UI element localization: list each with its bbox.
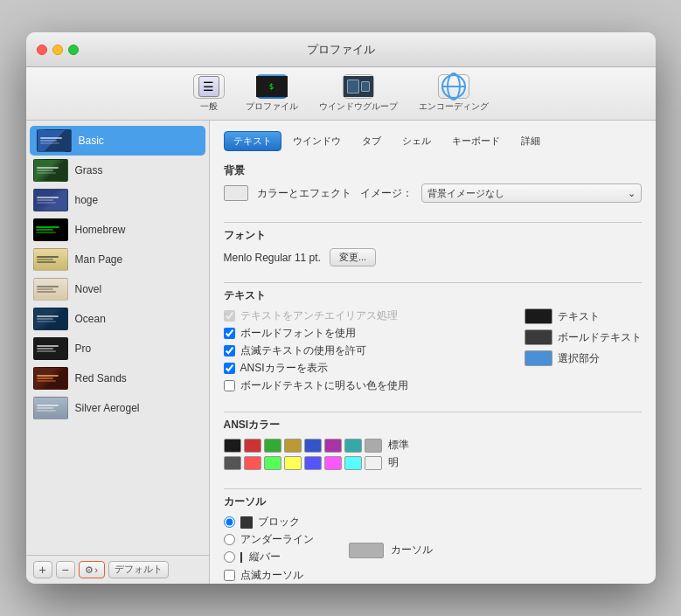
profile-list: Basic Grass [26, 121, 209, 555]
chevron-icon: › [94, 564, 98, 575]
divider-3 [224, 412, 642, 412]
blink-text-checkbox[interactable] [224, 345, 235, 356]
checkbox-blink-text: 点滅テキストの使用を許可 [224, 343, 511, 358]
ansi-bright-6[interactable] [344, 456, 362, 470]
profile-thumb-redsands [33, 367, 68, 390]
background-image-value: 背景イメージなし [427, 187, 504, 200]
profile-name-redsands: Red Sands [75, 372, 127, 384]
ansi-normal-7[interactable] [365, 439, 382, 453]
background-image-select[interactable]: 背景イメージなし ⌄ [421, 183, 642, 203]
ansi-label-text: ANSIカラーを表示 [240, 361, 328, 376]
font-section: フォント Menlo Regular 11 pt. 変更... [224, 228, 642, 266]
checkbox-bold-bright: ボールドテキストに明るい色を使用 [224, 378, 511, 393]
cursor-blink-checkbox[interactable] [224, 570, 235, 581]
text-swatch-label-1: テキスト [558, 309, 600, 324]
blink-text-label: 点滅テキストの使用を許可 [240, 343, 366, 358]
tab-shell[interactable]: シェル [393, 131, 441, 151]
bold-bright-checkbox[interactable] [224, 380, 235, 391]
profile-name-pro: Pro [75, 343, 92, 355]
tab-tab[interactable]: タブ [352, 131, 391, 151]
text-section: テキスト テキストをアンチエイリアス処理 ボールドフォントを使用 [224, 288, 642, 396]
toolbar-item-windowgroups[interactable]: ウインドウグループ [319, 74, 398, 113]
ansi-normal-1[interactable] [244, 439, 261, 453]
ansi-normal-3[interactable] [284, 439, 302, 453]
ansi-bright-1[interactable] [244, 456, 261, 470]
profile-item-homebrew[interactable]: Homebrew [26, 215, 209, 245]
toolbar-item-encoding[interactable]: エンコーディング [419, 74, 489, 113]
cursor-blink-row: 点滅カーソル [224, 568, 314, 583]
tab-keyboard[interactable]: キーボード [442, 131, 510, 151]
ansi-checkbox[interactable] [224, 363, 235, 374]
default-button[interactable]: デフォルト [108, 561, 169, 578]
change-font-button[interactable]: 変更... [330, 248, 376, 266]
ansi-bright-4[interactable] [304, 456, 322, 470]
profile-item-basic[interactable]: Basic [30, 126, 205, 156]
text-left-col: テキストをアンチエイリアス処理 ボールドフォントを使用 点滅テキストの使用を許可 [224, 308, 511, 396]
profile-item-manpage[interactable]: Man Page [26, 245, 209, 274]
cursor-vbar-label: 縦バー [249, 550, 281, 564]
selection-color-swatch[interactable] [525, 350, 552, 366]
text-swatch-row-2: ボールドテキスト [525, 329, 642, 345]
profile-name-basic: Basic [79, 135, 104, 147]
bold-label: ボールドフォントを使用 [240, 326, 356, 341]
ansi-normal-5[interactable] [324, 439, 342, 453]
tab-window[interactable]: ウインドウ [283, 131, 351, 151]
main-content: Basic Grass [26, 121, 656, 584]
profiles-icon-inner: $ [256, 76, 288, 97]
zoom-button[interactable] [68, 45, 79, 55]
toolbar-label-general: 一般 [200, 100, 218, 113]
background-row: カラーとエフェクト イメージ： 背景イメージなし ⌄ [224, 183, 642, 203]
text-color-swatch[interactable] [525, 308, 552, 324]
profile-item-pro[interactable]: Pro [26, 334, 209, 363]
cursor-block-row: ブロック [224, 515, 314, 529]
bold-text-color-swatch[interactable] [525, 329, 552, 345]
cursor-underline-radio[interactable] [224, 534, 235, 545]
profile-thumb-basic [37, 129, 72, 152]
toolbar-item-profiles[interactable]: $ プロファイル [246, 74, 298, 113]
cursor-vbar-radio[interactable] [224, 551, 235, 563]
ansi-bright-2[interactable] [264, 456, 281, 470]
profile-thumb-pro [33, 337, 68, 360]
ansi-normal-0[interactable] [224, 439, 241, 453]
cursor-section: カーソル ブロック アンダーライン [224, 495, 642, 584]
tab-text[interactable]: テキスト [224, 131, 281, 151]
window-title: プロファイル [307, 42, 375, 58]
bold-checkbox[interactable] [224, 328, 235, 339]
profile-thumb-homebrew [33, 218, 68, 241]
windowgroups-icon-inner [344, 76, 373, 97]
ansi-bright-0[interactable] [224, 456, 241, 470]
profile-item-novel[interactable]: Novel [26, 274, 209, 304]
minimize-button[interactable] [52, 45, 63, 55]
ansi-bright-3[interactable] [284, 456, 302, 470]
toolbar: ☰ 一般 $ プロファイル [26, 67, 656, 121]
ansi-normal-2[interactable] [264, 439, 281, 453]
profile-item-grass[interactable]: Grass [26, 156, 209, 185]
ansi-bright-5[interactable] [324, 456, 342, 470]
ansi-normal-4[interactable] [304, 439, 322, 453]
ansi-normal-6[interactable] [344, 439, 362, 453]
cursor-block-radio[interactable] [224, 516, 235, 528]
toolbar-item-general[interactable]: ☰ 一般 [193, 74, 225, 113]
background-color-label: カラーとエフェクト [257, 186, 351, 201]
antialias-checkbox[interactable] [224, 310, 235, 322]
cursor-title: カーソル [224, 495, 642, 509]
general-icon-inner: ☰ [198, 76, 219, 97]
background-title: 背景 [224, 163, 642, 178]
add-profile-button[interactable]: + [33, 561, 52, 578]
profile-item-hoge[interactable]: hoge [26, 185, 209, 215]
general-icon: ☰ [193, 74, 225, 99]
tab-advanced[interactable]: 詳細 [511, 131, 550, 151]
cursor-row: ブロック アンダーライン 縦バー 点滅カ [224, 515, 642, 584]
gear-button[interactable]: ⚙ › [79, 561, 105, 578]
text-title: テキスト [224, 288, 642, 303]
profile-item-ocean[interactable]: Ocean [26, 304, 209, 334]
profile-item-redsands[interactable]: Red Sands [26, 363, 209, 393]
close-button[interactable] [37, 45, 47, 55]
remove-profile-button[interactable]: − [56, 561, 75, 578]
profile-item-silveraerogel[interactable]: Silver Aerogel [26, 393, 209, 423]
encoding-icon [438, 74, 469, 99]
cursor-vbar-icon [240, 552, 242, 563]
font-row: Menlo Regular 11 pt. 変更... [224, 248, 642, 266]
background-color-swatch[interactable] [224, 185, 248, 201]
ansi-bright-7[interactable] [365, 456, 382, 470]
